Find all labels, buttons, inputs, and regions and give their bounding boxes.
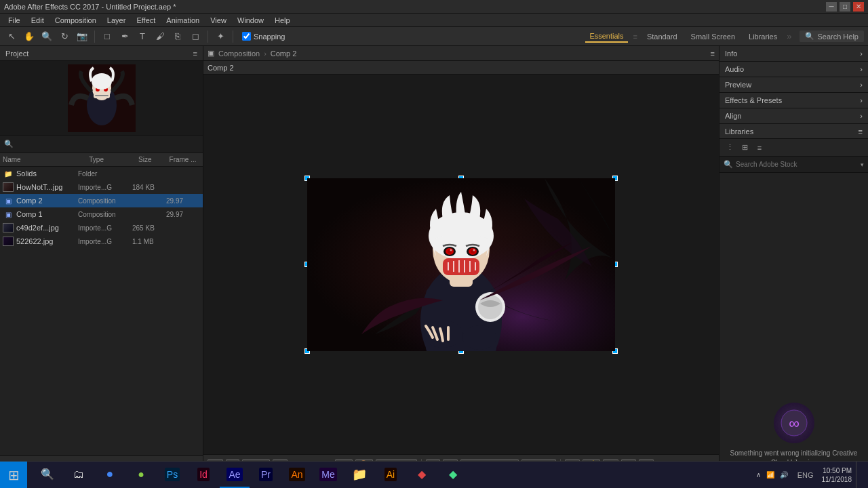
project-search[interactable]: 🔍 xyxy=(0,136,203,153)
close-button[interactable]: ✕ xyxy=(853,2,864,12)
list-item[interactable]: ▣ Comp 2 Composition 29.97 xyxy=(0,194,203,207)
ws-tab-standard[interactable]: Standard xyxy=(643,31,682,42)
list-item[interactable]: c49d2ef...jpg Importe...G 265 KB xyxy=(0,221,203,235)
project-search-input[interactable] xyxy=(14,140,199,148)
info-header[interactable]: Info › xyxy=(719,46,868,61)
chevron-right-icon: › xyxy=(860,49,863,58)
taskbar-premiere[interactable]: Pr xyxy=(251,462,281,488)
list-item[interactable]: 522622.jpg Importe...G 1.1 MB xyxy=(0,235,203,248)
show-desktop-button[interactable] xyxy=(856,462,860,489)
brush-tool[interactable]: 🖌 xyxy=(153,29,167,44)
libraries-list-btn[interactable]: ≡ xyxy=(753,142,766,154)
taskbar-app1[interactable]: ● xyxy=(126,462,156,488)
clone-tool[interactable]: ⎘ xyxy=(170,29,185,44)
item-type: Importe...G xyxy=(78,224,132,232)
ws-tab-smallscreen[interactable]: Small Screen xyxy=(687,31,739,42)
list-item[interactable]: 📁 Solids Folder xyxy=(0,167,203,180)
taskbar-app2[interactable]: ◆ xyxy=(407,462,437,488)
taskbar-aftereffects[interactable]: Ae xyxy=(220,462,250,488)
snapping-checkbox[interactable] xyxy=(242,32,251,41)
separator-2 xyxy=(208,30,208,43)
rect-tool[interactable]: □ xyxy=(100,29,115,44)
menu-animation[interactable]: Animation xyxy=(161,15,205,26)
taskbar-search[interactable]: 🔍 xyxy=(33,462,62,488)
project-columns: Name Type Size Frame ... xyxy=(0,153,203,167)
chevron-right-icon: › xyxy=(860,96,863,104)
effects-header[interactable]: Effects & Presets › xyxy=(719,93,868,108)
ws-tab-libraries[interactable]: Libraries xyxy=(745,31,781,42)
menu-layer[interactable]: Layer xyxy=(102,15,132,26)
composition-icon: ▣ xyxy=(3,209,14,220)
search-help-bar[interactable]: 🔍 Search Help xyxy=(800,30,864,42)
libraries-section: Libraries ≡ ⋮ ⊞ ≡ 🔍 ▾ ∞ Som xyxy=(719,124,868,473)
animate-icon: An xyxy=(289,468,304,481)
menu-file[interactable]: File xyxy=(3,15,26,26)
time-display: 10:50 PM xyxy=(822,466,852,475)
menu-help[interactable]: Help xyxy=(269,15,296,26)
project-panel-menu[interactable]: ≡ xyxy=(193,49,197,58)
menu-edit[interactable]: Edit xyxy=(26,15,50,26)
aftereffects-icon: Ae xyxy=(226,468,242,481)
snapping-label: Snapping xyxy=(254,33,285,41)
list-item[interactable]: ▣ Comp 1 Composition 29.97 xyxy=(0,207,203,221)
audio-label: Audio xyxy=(725,65,744,73)
camera-tool[interactable]: 📷 xyxy=(75,29,90,44)
svg-text:∞: ∞ xyxy=(789,415,800,432)
composition-canvas-wrapper xyxy=(307,178,615,351)
item-name: Solids xyxy=(16,169,78,178)
preview-header[interactable]: Preview › xyxy=(719,77,868,92)
libraries-search-input[interactable] xyxy=(736,161,858,168)
illustrator-icon: Ai xyxy=(384,468,397,481)
taskbar-fileexplorer[interactable]: 📁 xyxy=(344,462,374,488)
zoom-tool[interactable]: 🔍 xyxy=(39,29,54,44)
main-area: Project ≡ xyxy=(0,46,868,473)
taskbar-app3[interactable]: ◆ xyxy=(438,462,468,488)
text-tool[interactable]: T xyxy=(135,29,150,44)
menu-composition[interactable]: Composition xyxy=(50,15,102,26)
eraser-tool[interactable]: ◻ xyxy=(188,29,203,44)
libraries-label: Libraries xyxy=(725,127,753,136)
photoshop-icon: Ps xyxy=(165,468,180,481)
libraries-menu[interactable]: ≡ xyxy=(859,127,863,136)
taskbar-indesign[interactable]: Id xyxy=(189,462,218,488)
project-panel: Project ≡ xyxy=(0,46,203,473)
start-button[interactable]: ⊞ xyxy=(0,462,27,489)
menu-effect[interactable]: Effect xyxy=(131,15,161,26)
ws-tab-essentials[interactable]: Essentials xyxy=(585,30,627,43)
menu-view[interactable]: View xyxy=(205,15,232,26)
audio-header[interactable]: Audio › xyxy=(719,62,868,77)
minimize-button[interactable]: ─ xyxy=(826,2,837,12)
folder-icon: 📁 xyxy=(3,168,14,179)
project-panel-header: Project ≡ xyxy=(0,46,203,61)
date-display: 11/1/2018 xyxy=(822,475,852,484)
list-item[interactable]: HowNotT...jpg Importe...G 184 KB xyxy=(0,180,203,194)
taskbar-animate[interactable]: An xyxy=(282,462,312,488)
windows-logo-icon: ⊞ xyxy=(8,467,20,483)
menu-window[interactable]: Window xyxy=(232,15,269,26)
hand-tool[interactable]: ✋ xyxy=(22,29,37,44)
libraries-grid-btn[interactable]: ⊞ xyxy=(738,142,751,154)
taskbar-mediaencoder[interactable]: Me xyxy=(313,462,343,488)
comp-tab-comp2[interactable]: Comp 2 xyxy=(208,64,234,72)
preview-thumb xyxy=(68,64,136,132)
taskbar-chrome[interactable]: ● xyxy=(95,462,125,488)
rotate-tool[interactable]: ↻ xyxy=(57,29,72,44)
item-type: Importe...G xyxy=(78,184,132,191)
libraries-search[interactable]: 🔍 ▾ xyxy=(719,157,868,173)
taskbar-illustrator[interactable]: Ai xyxy=(376,462,406,488)
puppet-tool[interactable]: ✦ xyxy=(213,29,228,44)
expand-tray-icon[interactable]: ∧ xyxy=(756,471,761,479)
taskbar-taskview[interactable]: 🗂 xyxy=(64,462,94,488)
composition-canvas[interactable] xyxy=(307,178,615,351)
composition-panel-menu[interactable]: ≡ xyxy=(711,49,715,58)
system-clock[interactable]: 10:50 PM 11/1/2018 xyxy=(822,466,852,484)
language-indicator[interactable]: ENG xyxy=(793,470,818,481)
pen-tool[interactable]: ✒ xyxy=(117,29,132,44)
taskbar-photoshop[interactable]: Ps xyxy=(157,462,187,488)
volume-icon[interactable]: 🔊 xyxy=(780,471,788,479)
network-icon[interactable]: 📶 xyxy=(766,471,774,479)
selection-tool[interactable]: ↖ xyxy=(4,29,19,44)
libraries-view-btn1[interactable]: ⋮ xyxy=(724,142,736,154)
maximize-button[interactable]: □ xyxy=(840,2,850,12)
align-header[interactable]: Align › xyxy=(719,108,868,123)
